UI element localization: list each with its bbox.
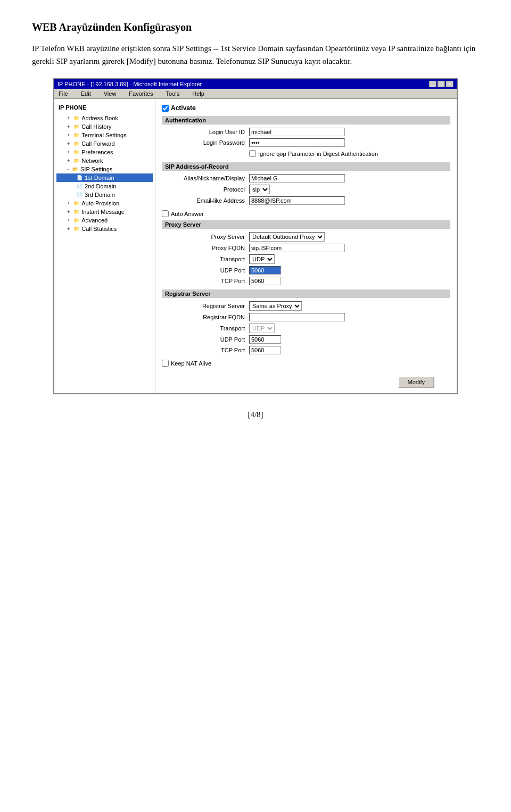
page-icon: 📄 bbox=[76, 183, 83, 190]
expand-icon: + bbox=[67, 201, 70, 206]
expand-icon: + bbox=[67, 115, 70, 121]
expand-icon: + bbox=[67, 218, 70, 223]
login-user-id-cell bbox=[247, 127, 450, 137]
proxy-transport-label: Transport bbox=[162, 253, 247, 265]
registrar-tcp-input[interactable] bbox=[249, 346, 281, 354]
sidebar-item-sip-settings[interactable]: - 📂 SIP Settings bbox=[56, 165, 153, 173]
registrar-transport-row: Transport UDP bbox=[162, 322, 450, 334]
intro-paragraph: IP Telefon WEB arayüzüne eriştikten sonr… bbox=[32, 42, 479, 68]
sidebar-item-1st-domain[interactable]: 📄 1st Domain bbox=[56, 173, 153, 182]
proxy-server-select-cell: Default Outbound Proxy bbox=[247, 231, 450, 243]
registrar-fqdn-input[interactable] bbox=[249, 313, 345, 321]
close-button[interactable]: × bbox=[446, 81, 454, 87]
ignore-qop-cell: Ignore qop Parameter in Digest Authentic… bbox=[247, 148, 450, 159]
proxy-tcp-cell bbox=[247, 276, 450, 286]
sidebar-item-call-forward[interactable]: + 📁 Call Forward bbox=[56, 139, 153, 148]
registrar-transport-select[interactable]: UDP bbox=[249, 324, 275, 333]
browser-titlebar: IP PHONE - [192.168.3.89] - Microsoft In… bbox=[54, 79, 457, 89]
activate-row: Activate bbox=[162, 104, 450, 112]
sidebar-item-address-book[interactable]: + 📁 Address Book bbox=[56, 114, 153, 122]
page-footer: [4/8] bbox=[32, 410, 479, 419]
folder-icon: 📁 bbox=[72, 200, 80, 207]
menu-edit[interactable]: Edit bbox=[79, 90, 93, 97]
sidebar-item-instant-message[interactable]: + 📁 Instant Message bbox=[56, 208, 153, 216]
maximize-button[interactable]: □ bbox=[438, 81, 445, 87]
sidebar-label-1st-domain: 1st Domain bbox=[85, 175, 114, 181]
proxy-tcp-label: TCP Port bbox=[162, 276, 247, 286]
ignore-qop-checkbox[interactable] bbox=[249, 150, 256, 157]
sidebar-item-2nd-domain[interactable]: 📄 2nd Domain bbox=[56, 182, 153, 190]
sidebar-item-auto-provision[interactable]: + 📁 Auto Provision bbox=[56, 199, 153, 208]
expand-icon: + bbox=[67, 132, 70, 138]
sidebar-item-terminal-settings[interactable]: + 📁 Terminal Settings bbox=[56, 131, 153, 139]
email-input[interactable] bbox=[249, 196, 345, 205]
browser-menubar: File Edit View Favorites Tools Help bbox=[54, 89, 457, 99]
menu-help[interactable]: Help bbox=[190, 90, 207, 97]
proxy-tcp-input[interactable] bbox=[249, 277, 281, 285]
sidebar-item-call-history[interactable]: + 📁 Call History bbox=[56, 122, 153, 131]
registrar-server-select-row: Registrar Server Same as Proxy bbox=[162, 300, 450, 312]
sidebar-item-preferences[interactable]: + 📁 Preferences bbox=[56, 148, 153, 156]
sidebar-label-terminal-settings: Terminal Settings bbox=[81, 132, 126, 138]
proxy-transport-select[interactable]: UDP bbox=[249, 254, 275, 264]
folder-icon: 📁 bbox=[72, 157, 80, 164]
proxy-server-select-row: Proxy Server Default Outbound Proxy bbox=[162, 231, 450, 243]
menu-view[interactable]: View bbox=[102, 90, 119, 97]
login-password-input[interactable] bbox=[249, 138, 345, 147]
menu-file[interactable]: File bbox=[56, 90, 70, 97]
authentication-table: Login User ID Login Password bbox=[162, 127, 450, 159]
login-user-id-label: Login User ID bbox=[162, 127, 247, 137]
sidebar-item-network[interactable]: + 📁 Network bbox=[56, 156, 153, 165]
folder-icon: 📁 bbox=[72, 217, 80, 224]
folder-icon: 📁 bbox=[72, 225, 80, 233]
registrar-tcp-row: TCP Port bbox=[162, 345, 450, 355]
proxy-udp-cell bbox=[247, 265, 450, 276]
registrar-udp-label: UDP Port bbox=[162, 334, 247, 345]
modify-button[interactable]: Modify bbox=[398, 376, 434, 388]
sidebar-label-sip-settings: SIP Settings bbox=[80, 166, 112, 172]
expand-icon: + bbox=[67, 226, 70, 231]
proxy-fqdn-cell bbox=[247, 243, 450, 253]
folder-icon: 📁 bbox=[72, 208, 80, 216]
sidebar-item-call-statistics[interactable]: + 📁 Call Statistics bbox=[56, 225, 153, 233]
protocol-select[interactable]: sip bbox=[249, 185, 270, 194]
auto-answer-checkbox[interactable] bbox=[162, 210, 169, 217]
sidebar-item-advanced[interactable]: + 📁 Advanced bbox=[56, 216, 153, 225]
ignore-qop-label: Ignore qop Parameter in Digest Authentic… bbox=[258, 151, 378, 157]
menu-tools[interactable]: Tools bbox=[164, 90, 182, 97]
sidebar-label-preferences: Preferences bbox=[81, 149, 113, 155]
expand-icon: + bbox=[67, 158, 70, 163]
menu-favorites[interactable]: Favorites bbox=[127, 90, 155, 97]
alias-row: Alias/Nickname/Display bbox=[162, 173, 450, 184]
registrar-server-header: Registrar Server bbox=[162, 289, 450, 298]
proxy-udp-row: UDP Port bbox=[162, 265, 450, 276]
proxy-server-table: Proxy Server Default Outbound Proxy Prox… bbox=[162, 231, 450, 286]
nat-checkbox[interactable] bbox=[162, 360, 169, 367]
login-user-id-input[interactable] bbox=[249, 128, 345, 136]
expand-icon: - bbox=[67, 167, 69, 172]
proxy-server-header: Proxy Server bbox=[162, 220, 450, 229]
proxy-server-select[interactable]: Default Outbound Proxy bbox=[249, 232, 325, 242]
proxy-fqdn-label: Proxy FQDN bbox=[162, 243, 247, 253]
proxy-fqdn-input[interactable] bbox=[249, 244, 345, 252]
registrar-server-label: Registrar Server bbox=[162, 300, 247, 312]
proxy-udp-input[interactable] bbox=[249, 266, 281, 275]
registrar-server-select[interactable]: Same as Proxy bbox=[249, 301, 302, 311]
folder-icon: 📁 bbox=[72, 123, 80, 130]
proxy-tcp-row: TCP Port bbox=[162, 276, 450, 286]
nat-label: Keep NAT Alive bbox=[171, 360, 211, 367]
email-cell bbox=[247, 195, 450, 206]
registrar-udp-input[interactable] bbox=[249, 335, 281, 344]
expand-icon: + bbox=[67, 124, 70, 129]
alias-input[interactable] bbox=[249, 174, 345, 183]
minimize-button[interactable]: _ bbox=[429, 81, 436, 87]
login-password-label: Login Password bbox=[162, 137, 247, 148]
folder-icon: 📁 bbox=[72, 140, 80, 147]
sidebar-label-auto-provision: Auto Provision bbox=[81, 200, 119, 206]
protocol-row: Protocol sip bbox=[162, 184, 450, 195]
login-password-row: Login Password bbox=[162, 137, 450, 148]
sidebar-item-3rd-domain[interactable]: 📄 3rd Domain bbox=[56, 190, 153, 199]
activate-checkbox[interactable] bbox=[162, 105, 169, 112]
folder-open-icon: 📂 bbox=[71, 165, 79, 173]
authentication-header: Authentication bbox=[162, 116, 450, 125]
